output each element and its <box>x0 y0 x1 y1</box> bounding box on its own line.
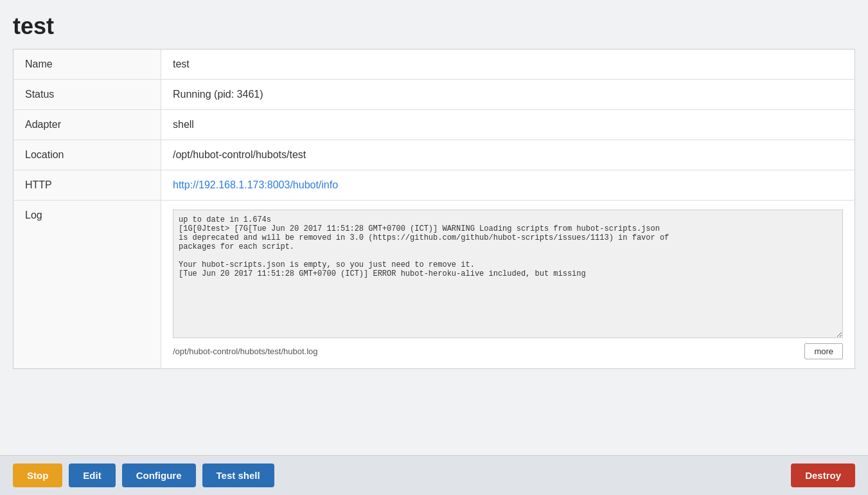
label-name: Name <box>13 50 161 80</box>
footer-right-actions: Destroy <box>791 464 855 487</box>
label-location: Location <box>13 140 161 170</box>
log-container: up to date in 1.674s [1G[0Jtest> [7G[Tue… <box>173 210 843 359</box>
page-title: test <box>13 6 855 49</box>
table-row-name: Name test <box>13 50 855 80</box>
stop-button[interactable]: Stop <box>13 464 62 487</box>
main-content: test Name test Status Running (pid: 3461… <box>0 0 868 420</box>
destroy-button[interactable]: Destroy <box>791 464 855 487</box>
value-adapter: shell <box>161 110 855 140</box>
footer-left-actions: Stop Edit Configure Test shell <box>13 464 274 487</box>
edit-button[interactable]: Edit <box>69 464 115 487</box>
value-name: test <box>161 50 855 80</box>
table-row-log: Log up to date in 1.674s [1G[0Jtest> [7G… <box>13 201 855 369</box>
footer-bar: Stop Edit Configure Test shell Destroy <box>0 455 868 495</box>
value-status: Running (pid: 3461) <box>161 80 855 110</box>
log-path: /opt/hubot-control/hubots/test/hubot.log <box>173 346 318 356</box>
test-shell-button[interactable]: Test shell <box>202 464 274 487</box>
label-status: Status <box>13 80 161 110</box>
log-textarea[interactable]: up to date in 1.674s [1G[0Jtest> [7G[Tue… <box>173 210 843 338</box>
value-http: http://192.168.1.173:8003/hubot/info <box>161 170 855 201</box>
info-table: Name test Status Running (pid: 3461) Ada… <box>13 49 855 369</box>
table-row-adapter: Adapter shell <box>13 110 855 140</box>
label-log: Log <box>13 201 161 369</box>
configure-button[interactable]: Configure <box>122 464 196 487</box>
label-http: HTTP <box>13 170 161 201</box>
page-wrapper: test Name test Status Running (pid: 3461… <box>0 0 868 495</box>
table-row-status: Status Running (pid: 3461) <box>13 80 855 110</box>
value-location: /opt/hubot-control/hubots/test <box>161 140 855 170</box>
table-row-http: HTTP http://192.168.1.173:8003/hubot/inf… <box>13 170 855 201</box>
table-row-location: Location /opt/hubot-control/hubots/test <box>13 140 855 170</box>
http-link[interactable]: http://192.168.1.173:8003/hubot/info <box>173 179 338 190</box>
value-log: up to date in 1.674s [1G[0Jtest> [7G[Tue… <box>161 201 855 369</box>
log-footer: /opt/hubot-control/hubots/test/hubot.log… <box>173 343 843 359</box>
more-button[interactable]: more <box>804 343 843 359</box>
label-adapter: Adapter <box>13 110 161 140</box>
